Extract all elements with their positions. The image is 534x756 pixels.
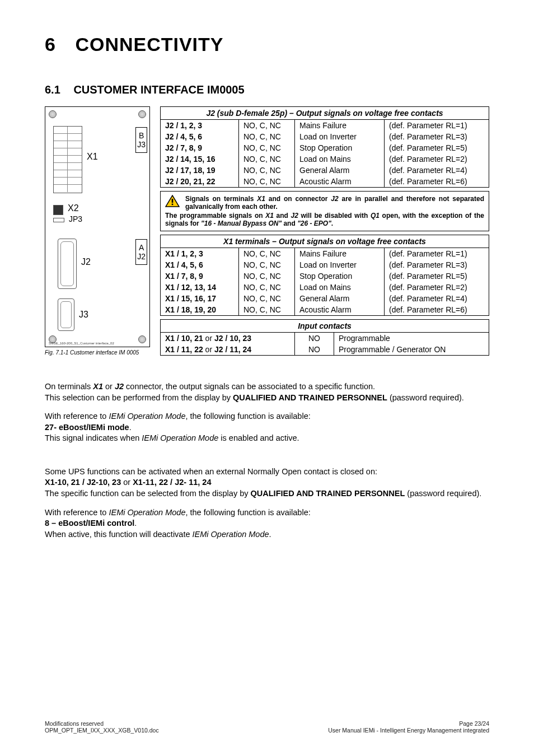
table-row: J2 / 17, 18, 19NO, C, NCGeneral Alarm(de…	[161, 165, 489, 176]
table-cell: Load on Inverter	[295, 259, 385, 270]
table-cell: NO	[295, 344, 334, 356]
fig-label-j3: J3	[79, 310, 88, 320]
table-cell: X1 / 4, 5, 6	[161, 259, 239, 270]
table-cell: X1 / 11, 22 or J2 / 11, 24	[161, 344, 295, 356]
table-j2-header: J2 (sub D-female 25p) – Output signals o…	[161, 107, 489, 120]
table-cell: NO, C, NC	[239, 176, 295, 188]
footer-right-2: User Manual IEMi - Intelligent Energy Ma…	[328, 727, 489, 734]
chapter-heading: 6 CONNECTIVITY	[45, 34, 489, 55]
fig-label-x2: X2	[68, 203, 79, 213]
table-input: Input contacts X1 / 10, 21 or J2 / 10, 2…	[160, 319, 489, 356]
fig-label-x1: X1	[87, 152, 98, 162]
chapter-title: CONNECTIVITY	[75, 34, 223, 55]
table-cell: NO, C, NC	[239, 120, 295, 132]
table-row: X1 / 10, 21 or J2 / 10, 23NOProgrammable	[161, 333, 489, 344]
table-cell: Load on Inverter	[295, 131, 385, 142]
table-cell: Stop Operation	[295, 142, 385, 153]
table-cell: NO, C, NC	[239, 282, 295, 293]
table-row: J2 / 20, 21, 22NO, C, NCAcoustic Alarm(d…	[161, 176, 489, 188]
table-row: X1 / 15, 16, 17NO, C, NCGeneral Alarm(de…	[161, 293, 489, 304]
table-cell: X1 / 7, 8, 9	[161, 270, 239, 282]
page-footer: Modifications reserved OPM_OPT_IEM_IXX_X…	[45, 720, 489, 734]
body-text: On terminals X1 or J2 connector, the out…	[45, 381, 489, 540]
table-cell: NO, C, NC	[239, 259, 295, 270]
table-row: X1 / 18, 19, 20NO, C, NCAcoustic Alarm(d…	[161, 304, 489, 316]
table-cell: (def. Parameter RL=2)	[385, 153, 489, 165]
table-cell: NO	[295, 333, 334, 344]
table-row: J2 / 7, 8, 9NO, C, NCStop Operation(def.…	[161, 142, 489, 153]
table-cell: J2 / 7, 8, 9	[161, 142, 239, 153]
table-cell: NO, C, NC	[239, 304, 295, 316]
table-cell: X1 / 10, 21 or J2 / 10, 23	[161, 333, 295, 344]
table-cell: (def. Parameter RL=3)	[385, 131, 489, 142]
svg-rect-2	[172, 204, 174, 206]
section-number: 6.1	[45, 83, 60, 96]
table-row: X1 / 12, 13, 14NO, C, NCLoad on Mains(de…	[161, 282, 489, 293]
table-row: X1 / 11, 22 or J2 / 11, 24NOProgrammable…	[161, 344, 489, 356]
warning-box: Signals on terminals X1 and on connector…	[160, 191, 489, 231]
footer-left-2: OPM_OPT_IEM_IXX_XXX_XGB_V010.doc	[45, 727, 159, 734]
fig-label-jp3: JP3	[69, 214, 82, 223]
table-cell: (def. Parameter RL=6)	[385, 304, 489, 316]
table-cell: Acoustic Alarm	[295, 304, 385, 316]
table-cell: X1 / 18, 19, 20	[161, 304, 239, 316]
fig-label-j2: J2	[81, 257, 91, 267]
table-row: X1 / 1, 2, 3NO, C, NCMains Failure(def. …	[161, 248, 489, 260]
table-cell: Mains Failure	[295, 120, 385, 132]
table-row: J2 / 14, 15, 16NO, C, NCLoad on Mains(de…	[161, 153, 489, 165]
table-cell: Mains Failure	[295, 248, 385, 260]
table-cell: (def. Parameter RL=5)	[385, 142, 489, 153]
section-title: CUSTOMER INTERFACE IM0005	[73, 83, 244, 96]
table-cell: J2 / 1, 2, 3	[161, 120, 239, 132]
footer-right-1: Page 23/24	[328, 720, 489, 727]
table-cell: NO, C, NC	[239, 270, 295, 282]
table-cell: Load on Mains	[295, 153, 385, 165]
table-cell: (def. Parameter RL=2)	[385, 282, 489, 293]
table-cell: X1 / 15, 16, 17	[161, 293, 239, 304]
table-cell: (def. Parameter RL=6)	[385, 176, 489, 188]
table-j2: J2 (sub D-female 25p) – Output signals o…	[160, 106, 489, 188]
table-row: J2 / 4, 5, 6NO, C, NCLoad on Inverter(de…	[161, 131, 489, 142]
svg-rect-1	[172, 199, 174, 203]
table-cell: Acoustic Alarm	[295, 176, 385, 188]
figure-fine-print: SGSE_160-200_S1_Customer interface_02	[49, 342, 114, 345]
table-cell: NO, C, NC	[239, 165, 295, 176]
table-cell: NO, C, NC	[239, 142, 295, 153]
table-cell: X1 / 12, 13, 14	[161, 282, 239, 293]
table-cell: (def. Parameter RL=3)	[385, 259, 489, 270]
fig-side-label-b: B J3	[135, 127, 147, 153]
table-x1-header: X1 terminals – Output signals on voltage…	[161, 235, 489, 248]
warning-icon	[165, 195, 180, 209]
table-cell: Programmable	[334, 333, 489, 344]
table-cell: NO, C, NC	[239, 293, 295, 304]
table-row: X1 / 7, 8, 9NO, C, NCStop Operation(def.…	[161, 270, 489, 282]
table-cell: Stop Operation	[295, 270, 385, 282]
table-cell: J2 / 14, 15, 16	[161, 153, 239, 165]
table-cell: General Alarm	[295, 165, 385, 176]
section-heading: 6.1 CUSTOMER INTERFACE IM0005	[45, 83, 489, 96]
table-cell: (def. Parameter RL=1)	[385, 120, 489, 132]
chapter-number: 6	[45, 34, 56, 55]
table-cell: X1 / 1, 2, 3	[161, 248, 239, 260]
figure-caption: Fig. 7.1-1 Customer interface IM 0005	[45, 349, 150, 356]
table-cell: General Alarm	[295, 293, 385, 304]
table-cell: (def. Parameter RL=1)	[385, 248, 489, 260]
table-cell: J2 / 20, 21, 22	[161, 176, 239, 188]
interface-diagram: X1 B J3 X2 JP3 J2 A J2 J3 SGSE_160-200_S…	[45, 106, 150, 347]
table-cell: Load on Mains	[295, 282, 385, 293]
table-cell: (def. Parameter RL=4)	[385, 165, 489, 176]
table-cell: J2 / 4, 5, 6	[161, 131, 239, 142]
table-cell: NO, C, NC	[239, 131, 295, 142]
table-cell: Programmable / Generator ON	[334, 344, 489, 356]
table-cell: NO, C, NC	[239, 248, 295, 260]
table-row: J2 / 1, 2, 3NO, C, NCMains Failure(def. …	[161, 120, 489, 132]
fig-side-label-a: A J2	[135, 239, 147, 265]
table-row: X1 / 4, 5, 6NO, C, NCLoad on Inverter(de…	[161, 259, 489, 270]
table-cell: NO, C, NC	[239, 153, 295, 165]
footer-left-1: Modifications reserved	[45, 720, 159, 727]
table-cell: (def. Parameter RL=5)	[385, 270, 489, 282]
table-cell: (def. Parameter RL=4)	[385, 293, 489, 304]
table-input-header: Input contacts	[161, 320, 489, 333]
table-cell: J2 / 17, 18, 19	[161, 165, 239, 176]
table-x1: X1 terminals – Output signals on voltage…	[160, 235, 489, 316]
